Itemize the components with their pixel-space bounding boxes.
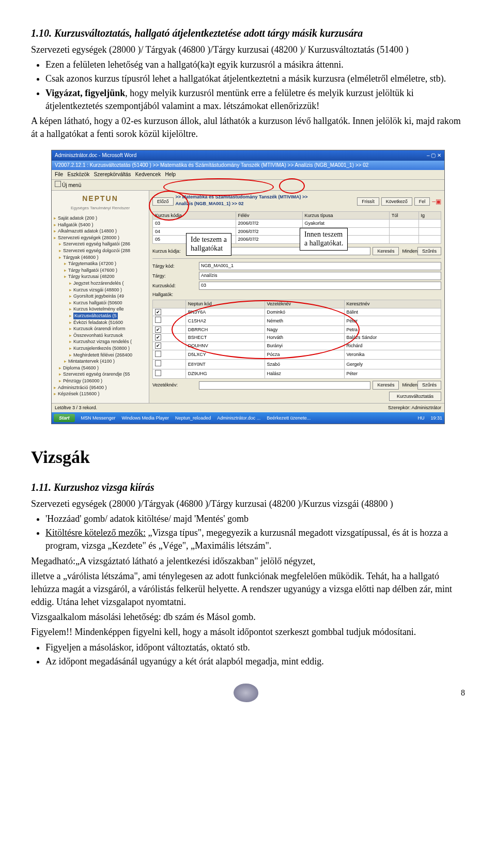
para-1-10: A képen látható, hogy a 02-es kurzuson á… xyxy=(31,115,465,141)
ujmenu-check[interactable]: Új menü xyxy=(62,182,81,188)
para-2-4: Figyelem!! Mindenképpen figyelni kell, h… xyxy=(31,626,465,639)
status-right: Szerepkör: Adminisztrátor xyxy=(388,405,441,411)
filter-button[interactable]: Szűrés xyxy=(417,247,441,256)
status-left: Letöltve 3 / 3 rekord. xyxy=(55,405,97,411)
lastname-input[interactable] xyxy=(199,381,370,390)
refresh-button[interactable]: Frissít xyxy=(357,197,379,206)
para-2-2: illetve a „várólista létszáma", ami tény… xyxy=(31,570,465,609)
bullet-3: Vigyázat, figyeljünk, hogy melyik kurzus… xyxy=(45,87,465,113)
bullet-2-1: 'Hozzáad' gomb/ adatok kitöltése/ majd '… xyxy=(45,513,465,525)
up-button[interactable]: Fel xyxy=(414,197,430,206)
callout-innen-teszem: Innen teszema hallgatókat. xyxy=(300,228,348,251)
path-1-11: Szervezeti egységek (28000 )/Tárgyak (46… xyxy=(31,498,465,510)
footer-logo-icon xyxy=(234,684,258,702)
lastname-label: Vezetéknév: xyxy=(152,382,199,389)
section-1-10-heading: 1.10. Kurzusváltoztatás, hallgató átjele… xyxy=(31,26,465,40)
highlight-students xyxy=(172,300,360,359)
sidebar-tree[interactable]: ▸Saját adatok (200 )▸Hallgatók (5400 )▸A… xyxy=(54,215,147,397)
neptun-logo: NEPTUN xyxy=(54,194,147,204)
section-1-11-heading: 1.11. Kurzushoz vizsga kiírás xyxy=(31,480,465,494)
bullet-2-4: Az időpont megadásánál ugyanúgy a két ór… xyxy=(45,655,465,668)
highlight-kurzus-code xyxy=(149,191,189,221)
neptun-logo-sub: Egységes Tanulmányi Rendszer xyxy=(54,205,147,211)
search-button[interactable]: Keresés xyxy=(373,247,399,256)
bullet-2-2: Kitöltésre kötelező mezők: „Vizsga típus… xyxy=(45,526,465,552)
callout-ide-teszem: Ide teszem ahallgatókat xyxy=(186,233,231,256)
kurzusvaltoztatas-button[interactable]: Kurzusváltoztatás xyxy=(389,392,441,401)
word-titlebar: Adminisztrátor.doc - Microsoft Word– ▢ ✕ xyxy=(52,150,444,161)
app-titlebar: V2007.2.12.1 : Kurzusváltoztatás (51400 … xyxy=(52,161,444,170)
menubar[interactable]: File Eszközök Szerepkörváltás Kedvencek … xyxy=(52,170,444,180)
next-button[interactable]: Következő xyxy=(381,197,412,206)
para-2-3: Vizsgaalkalom másolási lehetőség: db szá… xyxy=(31,611,465,624)
taskbar[interactable]: Start MSN Messenger Windows Media Player… xyxy=(52,412,444,424)
neptun-screenshot: Adminisztrátor.doc - Microsoft Word– ▢ ✕… xyxy=(51,150,445,424)
bullet-2-3: Figyeljen a másoláskor, időpont változta… xyxy=(45,641,465,654)
bullet-1: Ezen a felületen lehetőség van a hallgat… xyxy=(45,58,465,71)
start-button[interactable]: Start xyxy=(54,414,75,423)
bullet-2: Csak azonos kurzus típusról lehet a hall… xyxy=(45,72,465,85)
path-1-10: Szervezeti egységek (28000 )/ Tárgyak (4… xyxy=(31,43,465,56)
page-number: 8 xyxy=(461,687,465,699)
vizsgak-heading: Vizsgák xyxy=(31,445,465,470)
para-2-1: Megadható:„A vizsgáztató látható a jelen… xyxy=(31,555,465,568)
